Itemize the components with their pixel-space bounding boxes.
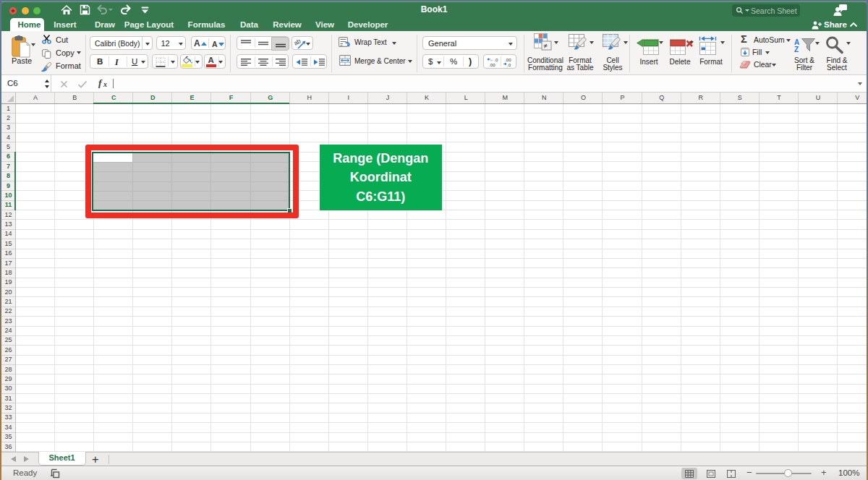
svg-text:.0: .0 xyxy=(507,62,511,67)
svg-text:.00: .00 xyxy=(489,62,495,67)
svg-text:A: A xyxy=(794,38,799,46)
svg-text:≠: ≠ xyxy=(544,42,548,50)
svg-text:Z: Z xyxy=(794,46,799,53)
